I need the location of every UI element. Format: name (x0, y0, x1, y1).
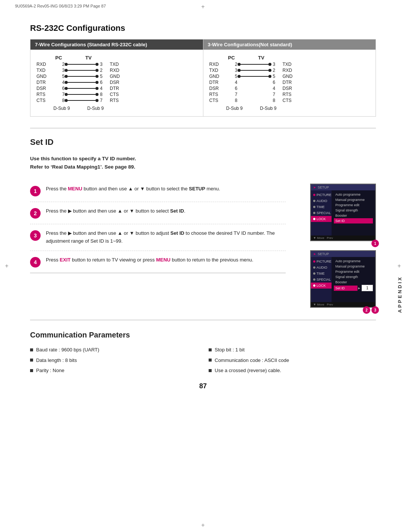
sidebar-item-lock: LOCK (311, 216, 332, 222)
cross-mark-bottom: + (199, 521, 207, 529)
param-baud-rate: Baud rate : 9600 bps (UART) (30, 345, 197, 354)
param-cable: Use a crossed (reverse) cable. (209, 366, 376, 375)
menu-item: Auto programme (334, 258, 373, 264)
param-baud-rate-text: Baud rate : 9600 bps (UART) (36, 345, 99, 354)
set-id-label: Set ID (170, 208, 184, 214)
section-divider-1 (30, 128, 376, 128)
screen2-badges: 2 3 (363, 306, 379, 314)
page-number: 87 (30, 382, 376, 390)
table-row: GND 5 5 GND (206, 73, 373, 79)
steps-screens-container: 1 Press the MENU button and then use ▲ o… (30, 180, 376, 311)
menu-item: Manual programme (334, 197, 373, 202)
param-bullet (30, 369, 33, 372)
set-id-intro: Use this function to specify a TV ID num… (30, 155, 376, 171)
menu-item: Auto programme (334, 192, 373, 197)
menu-item: Booster (334, 280, 373, 285)
param-cable-text: Use a crossed (reverse) cable. (215, 366, 281, 375)
screen2-container: ► SETUP PICTURE AUDI (310, 250, 376, 311)
table-row: RXD 2 3 TXD (206, 61, 373, 67)
sidebar-item-special: SPECIAL (311, 210, 332, 216)
table-row: CTS 8 8 CTS (206, 97, 373, 103)
tv-screen-1-header: ► SETUP (311, 184, 375, 190)
rs232c-title: RS-232C Configurations (30, 23, 376, 33)
step-3-number: 3 (30, 230, 41, 241)
3wire-header: 3-Wire Configurations(Not standard) (203, 40, 376, 50)
menu-item: Signal strength (334, 274, 373, 280)
table-row: TXD 3 2 RXD (33, 67, 200, 73)
menu-row-set-id-value: Set ID ► 1 (334, 285, 373, 291)
step-4-text: Press EXIT button to return to TV viewin… (46, 256, 286, 264)
param-bullet (30, 348, 33, 351)
sidebar-item-lock-2: LOCK (311, 283, 332, 289)
intro-line2: Refer to ‘Real Data Mapping1’. See page … (30, 164, 135, 170)
7wire-header: 7-Wire Configurations (Standard RS-232C … (30, 40, 203, 50)
param-data-length: Data length : 8 bits (30, 356, 197, 365)
param-stop-bit-text: Stop bit : 1 bit (215, 345, 245, 354)
param-bullet (209, 348, 212, 351)
menu-item: Programme edit (334, 269, 373, 274)
3wire-col-tv: TV (258, 55, 288, 61)
tv-screen-1-footer: ▼ Move Prev (311, 236, 375, 240)
appendix-label: APPENDIX (397, 276, 403, 313)
setup-label: SETUP (189, 186, 205, 192)
7wire-col-tv: TV (85, 55, 115, 61)
sidebar-item-special-2: SPECIAL (311, 277, 332, 283)
param-comm-code: Communication code : ASCII code (209, 356, 376, 365)
tv-screen-2-header: ► SETUP (311, 251, 375, 257)
param-stop-bit: Stop bit : 1 bit (209, 345, 376, 354)
param-bullet (209, 359, 212, 362)
menu-item: Manual programme (334, 264, 373, 269)
step-3-row: 3 Press the ▶ button and then use ▲ or ▼… (30, 224, 286, 251)
tv-sidebar-1: PICTURE AUDIO TIME (311, 190, 332, 236)
step-3-text: Press the ▶ button and then use ▲ or ▼ b… (46, 230, 286, 245)
step-1-row: 1 Press the MENU button and then use ▲ o… (30, 180, 286, 202)
param-parity-text: Parity : None (36, 366, 64, 375)
table-row: RTS 7 8 CTS (33, 91, 200, 97)
sidebar-item-time-2: TIME (311, 271, 332, 277)
section-divider-2 (30, 320, 376, 320)
table-row: DTR 4 6 DTR (206, 79, 373, 85)
3wire-col-pc: PC (228, 55, 258, 61)
steps-container: 1 Press the MENU button and then use ▲ o… (30, 180, 286, 311)
sidebar-item-audio: AUDIO (311, 198, 332, 204)
menu-item: Signal strength (334, 208, 373, 213)
tv-screen-2: ► SETUP PICTURE AUDI (310, 250, 376, 308)
param-parity: Parity : None (30, 366, 197, 375)
table-row: DTR 4 6 DSR (33, 79, 200, 85)
menu-item-set-id: Set ID (334, 218, 373, 223)
tv-main-menu-1: Auto programme Manual programme Programm… (332, 190, 375, 236)
cross-mark-top: + (199, 3, 207, 11)
badge-3: 3 (371, 306, 379, 314)
screen1-container: ► SETUP PICTURE AUDI (310, 184, 376, 244)
sidebar-item-picture-2: PICTURE (311, 258, 332, 264)
intro-line1: Use this function to specify a TV ID num… (30, 156, 136, 161)
menu-item-set-id-2: Set ID (334, 286, 358, 291)
step-4-number: 4 (30, 257, 41, 268)
table-row: TXD 3 2 RXD (206, 67, 373, 73)
step-2-text: Press the ▶ button and then use ▲ or ▼ b… (46, 207, 286, 215)
set-id-title: Set ID (30, 137, 376, 147)
step-1-number: 1 (30, 186, 41, 196)
sidebar-item-audio-2: AUDIO (311, 264, 332, 271)
tv-screen-1: ► SETUP PICTURE AUDI (310, 184, 376, 241)
3wire-col-labels: PC TV (206, 53, 373, 61)
table-row: GND 5 5 GND (33, 73, 200, 79)
step-1-text: Press the MENU button and then use ▲ or … (46, 185, 286, 193)
3wire-dsub: D-Sub 9 D-Sub 9 (206, 103, 373, 112)
screens-right: ► SETUP PICTURE AUDI (293, 180, 376, 311)
menu-item: Programme edit (334, 202, 373, 208)
tv-sidebar-2: PICTURE AUDIO TIME (311, 257, 332, 302)
3wire-panel: 3-Wire Configurations(Not standard) PC T… (203, 40, 376, 116)
table-row: CTS 8 7 RTS (33, 97, 200, 103)
menu-button-label: MENU (68, 186, 82, 192)
comm-params-grid: Baud rate : 9600 bps (UART) Stop bit : 1… (30, 345, 376, 375)
param-bullet (30, 359, 33, 362)
table-row: DSR 6 4 DSR (206, 85, 373, 91)
sidebar-item-time: TIME (311, 204, 332, 210)
set-id-label-2: Set ID (170, 230, 184, 236)
badge-2: 2 (363, 306, 370, 314)
7wire-panel: 7-Wire Configurations (Standard RS-232C … (30, 40, 203, 116)
7wire-table: PC TV RXD 2 3 TXD (30, 50, 203, 116)
param-comm-code-text: Communication code : ASCII code (215, 356, 289, 365)
table-row: DSR 6 4 DTR (33, 85, 200, 91)
